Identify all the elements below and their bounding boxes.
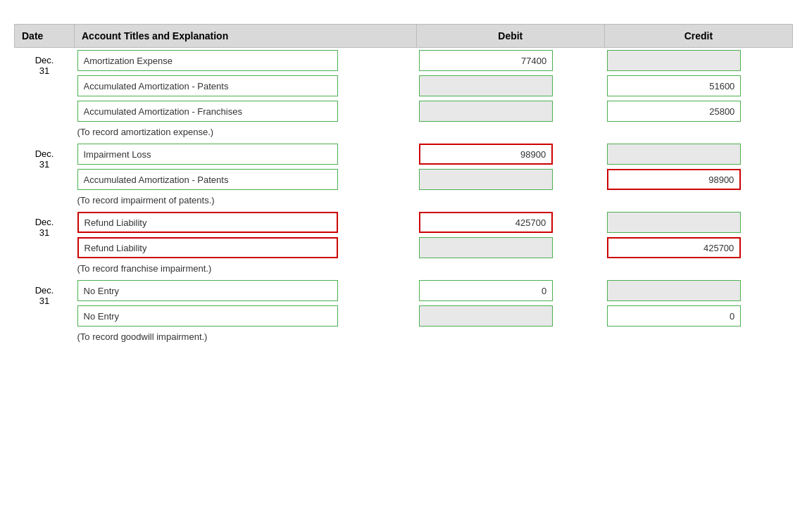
credit-input-2-1[interactable] — [607, 237, 741, 258]
credit-cell-2-0 — [604, 210, 792, 235]
account-cell-2-0 — [75, 210, 417, 235]
credit-cell-0-0 — [604, 48, 792, 74]
credit-input-3-1[interactable] — [607, 305, 741, 327]
debit-cell-2-0 — [416, 210, 604, 235]
account-cell-1-1 — [75, 167, 417, 192]
account-input-3-1[interactable] — [77, 305, 338, 327]
debit-input-2-1[interactable] — [419, 237, 553, 258]
note-2: (To record franchise impairment.) — [75, 260, 793, 278]
account-cell-0-0 — [75, 48, 417, 74]
header-debit: Debit — [416, 25, 604, 48]
credit-cell-3-0 — [604, 278, 792, 303]
note-0: (To record amortization expense.) — [75, 124, 793, 141]
debit-input-0-1[interactable] — [419, 75, 553, 96]
debit-cell-1-1 — [416, 167, 604, 192]
journal-table: Date Account Titles and Explanation Debi… — [14, 24, 793, 346]
account-cell-1-0 — [75, 141, 417, 167]
debit-cell-0-0 — [416, 48, 604, 74]
credit-input-2-0[interactable] — [607, 212, 741, 233]
account-input-1-1[interactable] — [77, 169, 338, 190]
credit-input-0-2[interactable] — [607, 101, 741, 122]
note-3: (To record goodwill impairment.) — [75, 329, 793, 346]
credit-cell-1-0 — [604, 141, 792, 167]
debit-cell-0-2 — [416, 99, 604, 124]
account-input-2-1[interactable] — [77, 237, 338, 258]
account-cell-0-1 — [75, 73, 417, 99]
account-input-0-1[interactable] — [77, 75, 338, 96]
date-cell-2: Dec.31 — [15, 210, 75, 278]
note-1: (To record impairment of patents.) — [75, 192, 793, 210]
account-input-2-0[interactable] — [77, 212, 338, 233]
credit-input-3-0[interactable] — [607, 280, 741, 301]
debit-input-0-0[interactable] — [419, 50, 553, 71]
account-cell-0-2 — [75, 99, 417, 124]
debit-input-3-1[interactable] — [419, 305, 553, 327]
header-account: Account Titles and Explanation — [75, 25, 417, 48]
debit-input-0-2[interactable] — [419, 101, 553, 122]
date-cell-1: Dec.31 — [15, 141, 75, 210]
credit-cell-3-1 — [604, 303, 792, 329]
debit-input-1-0[interactable] — [419, 144, 553, 165]
date-cell-0: Dec.31 — [15, 48, 75, 142]
debit-input-3-0[interactable] — [419, 280, 553, 301]
debit-cell-0-1 — [416, 73, 604, 99]
credit-cell-2-1 — [604, 235, 792, 260]
debit-cell-3-0 — [416, 278, 604, 303]
credit-input-0-1[interactable] — [607, 75, 741, 96]
debit-cell-3-1 — [416, 303, 604, 329]
header-credit: Credit — [604, 25, 792, 48]
account-cell-2-1 — [75, 235, 417, 260]
account-input-3-0[interactable] — [77, 280, 338, 301]
credit-input-0-0[interactable] — [607, 50, 741, 71]
header-date: Date — [15, 25, 75, 48]
credit-cell-0-2 — [604, 99, 792, 124]
debit-cell-1-0 — [416, 141, 604, 167]
account-cell-3-0 — [75, 278, 417, 303]
debit-input-1-1[interactable] — [419, 169, 553, 190]
credit-cell-1-1 — [604, 167, 792, 192]
credit-cell-0-1 — [604, 73, 792, 99]
account-input-0-2[interactable] — [77, 101, 338, 122]
debit-cell-2-1 — [416, 235, 604, 260]
account-input-1-0[interactable] — [77, 144, 338, 165]
account-input-0-0[interactable] — [77, 50, 338, 71]
credit-input-1-0[interactable] — [607, 144, 741, 165]
account-cell-3-1 — [75, 303, 417, 329]
debit-input-2-0[interactable] — [419, 212, 553, 233]
date-cell-3: Dec.31 — [15, 278, 75, 346]
credit-input-1-1[interactable] — [607, 169, 741, 190]
